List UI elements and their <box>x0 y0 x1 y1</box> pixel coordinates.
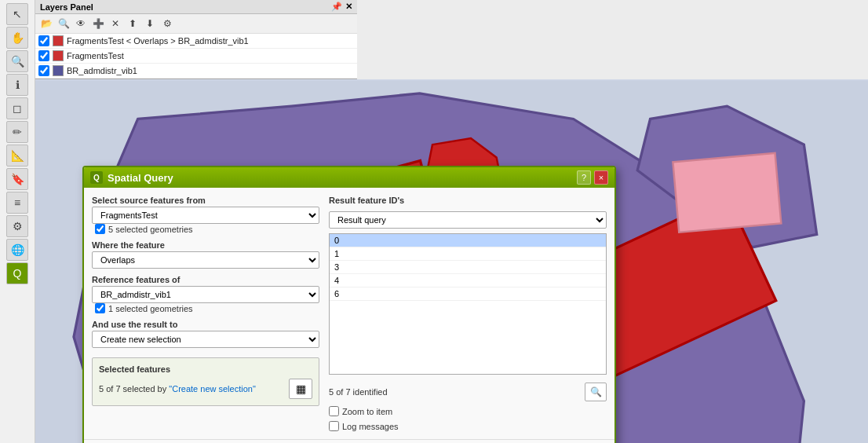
source-checkbox[interactable] <box>95 224 105 234</box>
sidebar-icon-layers[interactable]: ≡ <box>6 192 28 214</box>
layers-list: FragmentsTest < Overlaps > BR_admdistr_v… <box>35 34 357 79</box>
result-item-6[interactable]: 6 <box>330 287 606 301</box>
dialog-help-btn[interactable]: ? <box>577 170 591 185</box>
dialog-right-panel: Result feature ID's Result query 0 1 3 4… <box>329 196 607 431</box>
layers-panel-toolbar: 📂 🔍 👁 ➕ ✕ ⬆ ⬇ ⚙ <box>35 14 357 34</box>
toolbar-open-btn[interactable]: 📂 <box>38 16 54 31</box>
reference-dropdown[interactable]: BR_admdistr_vib1 <box>92 286 319 303</box>
sidebar-icon-plugin[interactable]: ⚙ <box>6 215 28 237</box>
layer3-color <box>53 65 64 76</box>
layers-panel-close-icon[interactable]: ✕ <box>345 2 352 12</box>
toolbar-add-btn[interactable]: ➕ <box>90 16 106 31</box>
main-area: Layers Panel 📌 ✕ 📂 🔍 👁 ➕ ✕ ⬆ ⬇ ⚙ Fragmen… <box>35 0 868 443</box>
dialog-window: Q Spatial Query ? × Select source featu <box>82 166 616 443</box>
dialog-title: Q Spatial Query <box>90 171 173 184</box>
zoom-icon: 🔍 <box>590 386 602 397</box>
sidebar-icon-globe[interactable]: 🌐 <box>6 239 28 261</box>
source-section: Select source features from FragmentsTes… <box>92 196 319 234</box>
layers-panel-title: Layers Panel <box>40 2 93 12</box>
reference-checkbox[interactable] <box>95 303 105 313</box>
sidebar-icon-query[interactable]: Q <box>6 262 28 284</box>
result-zoom-icon-btn[interactable]: 🔍 <box>585 383 607 401</box>
layer-row[interactable]: BR_admdistr_vib1 <box>35 64 357 79</box>
layer1-checkbox[interactable] <box>38 35 49 46</box>
sidebar-icon-zoom-in[interactable]: 🔍 <box>6 50 28 72</box>
log-label: Log messages <box>342 422 399 431</box>
selected-features-box: Selected features 5 of 7 selected by "Cr… <box>92 357 319 406</box>
zoom-checkbox-row: Zoom to item <box>329 406 607 416</box>
layers-panel-header: Layers Panel 📌 ✕ <box>35 0 357 14</box>
layer3-name: BR_admdistr_vib1 <box>67 66 137 75</box>
where-section: Where the feature Overlaps <box>92 240 319 269</box>
reference-section: Reference features of BR_admdistr_vib1 1… <box>92 275 319 313</box>
toolbar-move-down-btn[interactable]: ⬇ <box>142 16 158 31</box>
spatial-query-dialog: Q Spatial Query ? × Select source featu <box>82 166 616 443</box>
dialog-title-icon: Q <box>90 171 103 184</box>
source-dropdown[interactable]: FragmentsTest <box>92 207 319 224</box>
reference-checkbox-label: 1 selected geometries <box>108 304 193 313</box>
result-list[interactable]: 0 1 3 4 6 <box>329 233 607 375</box>
sidebar-icon-cursor[interactable]: ↖ <box>6 3 28 25</box>
layers-panel-pin-icon[interactable]: 📌 <box>331 2 342 12</box>
selected-features-text: 5 of 7 selected by "Create new selection… <box>99 384 256 394</box>
result-item-4[interactable]: 4 <box>330 274 606 287</box>
layer-row[interactable]: FragmentsTest <box>35 49 357 64</box>
sidebar-icon-edit[interactable]: ✏ <box>6 121 28 143</box>
result-item-1[interactable]: 1 <box>330 247 606 261</box>
layer2-name: FragmentsTest <box>67 51 124 60</box>
selected-features-title: Selected features <box>99 364 312 374</box>
toolbar-move-up-btn[interactable]: ⬆ <box>125 16 140 31</box>
content-row: Q Spatial Query ? × Select source featu <box>35 79 868 443</box>
result-use-section: And use the result to Create new selecti… <box>92 320 319 348</box>
map-area[interactable]: Q Spatial Query ? × Select source featu <box>35 79 868 443</box>
sidebar-icon-pan[interactable]: ✋ <box>6 27 28 49</box>
layer3-checkbox[interactable] <box>38 65 49 76</box>
pink-rect <box>673 153 781 232</box>
toolbar-eye-btn[interactable]: 👁 <box>73 16 89 31</box>
dialog-close-btn[interactable]: × <box>594 170 608 185</box>
result-item-0[interactable]: 0 <box>330 234 606 247</box>
layer1-name: FragmentsTest < Overlaps > BR_admdistr_v… <box>67 36 249 46</box>
layers-panel: Layers Panel 📌 ✕ 📂 🔍 👁 ➕ ✕ ⬆ ⬇ ⚙ Fragmen… <box>35 0 357 79</box>
sidebar-icon-info[interactable]: ℹ <box>6 74 28 96</box>
selected-features-content: 5 of 7 selected by "Create new selection… <box>99 379 312 399</box>
result-use-label: And use the result to <box>92 320 319 329</box>
toolbar-settings-btn[interactable]: ⚙ <box>159 16 175 31</box>
sidebar-icon-measure[interactable]: 📐 <box>6 145 28 167</box>
sidebar-icon-select[interactable]: ◻ <box>6 97 28 119</box>
reference-label: Reference features of <box>92 275 319 284</box>
log-checkbox-row: Log messages <box>329 421 607 431</box>
zoom-label: Zoom to item <box>342 407 392 416</box>
source-checkbox-label: 5 selected geometries <box>108 225 193 234</box>
result-footer: 5 of 7 identified 🔍 <box>329 383 607 401</box>
dialog-body: Select source features from FragmentsTes… <box>84 188 615 439</box>
source-checkbox-row: 5 selected geometries <box>92 224 319 234</box>
reference-checkbox-row: 1 selected geometries <box>92 303 319 313</box>
toolbar-filter-btn[interactable]: 🔍 <box>56 16 71 31</box>
log-checkbox[interactable] <box>329 421 339 431</box>
feature-grid-icon: ▦ <box>296 383 306 395</box>
result-section-label: Result feature ID's <box>329 196 607 205</box>
dialog-controls: ? × <box>577 170 608 185</box>
layer2-color <box>53 50 64 61</box>
selected-features-icon-btn[interactable]: ▦ <box>289 379 312 399</box>
where-dropdown[interactable]: Overlaps <box>92 251 319 269</box>
where-label: Where the feature <box>92 240 319 250</box>
zoom-checkbox[interactable] <box>329 406 339 416</box>
result-use-dropdown[interactable]: Create new selection <box>92 331 319 348</box>
layer-row[interactable]: FragmentsTest < Overlaps > BR_admdistr_v… <box>35 34 357 49</box>
dialog-left-panel: Select source features from FragmentsTes… <box>92 196 319 431</box>
dialog-titlebar: Q Spatial Query ? × <box>84 167 615 188</box>
result-count: 5 of 7 identified <box>329 387 388 397</box>
layer1-color <box>53 35 64 46</box>
result-item-3[interactable]: 3 <box>330 261 606 274</box>
result-query-dropdown[interactable]: Result query <box>329 211 607 229</box>
dialog-footer: Close Apply <box>84 439 615 443</box>
sidebar-icon-bookmark[interactable]: 🔖 <box>6 168 28 190</box>
layer2-checkbox[interactable] <box>38 50 49 61</box>
left-sidebar: ↖ ✋ 🔍 ℹ ◻ ✏ 📐 🔖 ≡ ⚙ 🌐 Q <box>0 0 35 443</box>
toolbar-remove-btn[interactable]: ✕ <box>108 16 123 31</box>
source-label: Select source features from <box>92 196 319 205</box>
